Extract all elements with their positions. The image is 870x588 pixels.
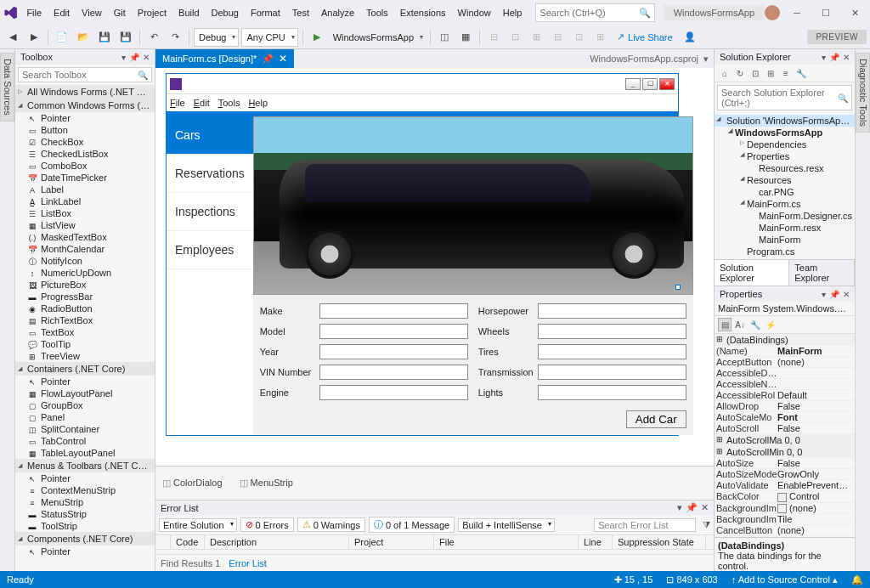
prop-row[interactable]: AccessibleDes [715,368,855,379]
menu-analyze[interactable]: Analyze [316,4,359,21]
sidebar-tab-inspections[interactable]: Inspections [167,193,253,231]
toolbox-group[interactable]: Containers (.NET Core) [15,362,155,376]
toolbox-search-input[interactable]: Search Toolbox 🔍 [18,67,152,82]
align-btn[interactable]: ⊞ [527,28,545,47]
toolbox-item-picturebox[interactable]: 🖼PictureBox [15,279,155,291]
engine-input[interactable] [319,385,468,400]
alphabetical-icon[interactable]: A↓ [733,318,747,331]
prop-row[interactable]: (Name)MainForm [715,346,855,357]
toolbox-item-progressbar[interactable]: ▬ProgressBar [15,291,155,302]
prop-row[interactable]: AutoScrollFalse [715,423,855,434]
error-col[interactable]: Line [579,535,613,549]
model-input[interactable] [319,324,468,339]
car-picture-box[interactable] [253,116,693,295]
properties-object[interactable]: MainForm System.Windows.Forms.F… [715,302,855,316]
form-menu-help[interactable]: Help [248,98,268,108]
scope-combo[interactable]: Entire Solution [159,518,237,532]
toolbox-item-tooltip[interactable]: 💬ToolTip [15,338,155,350]
toolbox-item-maskedtextbox[interactable]: (.)MaskedTextBox [15,231,155,243]
home-icon[interactable]: ⌂ [718,66,732,80]
config-combo[interactable]: Debug [194,28,239,47]
start-target-combo[interactable]: WindowsFormsApp [329,28,426,47]
filter-icon[interactable]: ⧩ [703,519,710,530]
error-col[interactable]: File [434,535,579,549]
solution-item[interactable]: car.PNG [715,186,855,198]
sidebar-tab-employees[interactable]: Employees [167,231,253,269]
tab-diagnostic-tools[interactable]: Diagnostic Tools [856,53,870,133]
form-menu-edit[interactable]: Edit [194,98,210,108]
tray-colordialog[interactable]: ColorDialog [162,478,223,489]
user-avatar[interactable] [765,5,780,20]
nav-fwd-button[interactable]: ▶ [25,28,43,47]
source-control-button[interactable]: ↑ Add to Source Control ▴ [732,574,838,585]
toolbox-group[interactable]: All Windows Forms (.NET Core) [15,85,155,99]
categorized-icon[interactable]: ▤ [718,318,732,331]
prop-row[interactable]: AutoValidateEnablePreventFocus [715,480,855,491]
toolbox-item-listbox[interactable]: ☰ListBox [15,207,155,219]
pin-icon[interactable]: 📌 [829,53,839,62]
messages-filter[interactable]: ⓘ0 of 1 Message [369,517,455,533]
prop-row[interactable]: AllowDropFalse [715,401,855,412]
toolbox-item-combobox[interactable]: ▭ComboBox [15,160,155,172]
menu-tools[interactable]: Tools [361,4,393,21]
prop-row[interactable]: BackColorControl [715,491,855,503]
sidebar-tab-reservations[interactable]: Reservations [167,155,253,193]
align-btn[interactable]: ⊞ [590,28,609,47]
toolbox-group[interactable]: Components (.NET Core) [15,532,155,546]
new-project-button[interactable]: 📄 [53,28,71,47]
menu-format[interactable]: Format [246,4,285,21]
events-icon[interactable]: ⚡ [764,318,777,331]
designed-form-window[interactable]: _ ☐ ✕ FileEditToolsHelp CarsReservations… [166,73,679,436]
prop-row[interactable]: BackgroundIm(none) [715,503,855,515]
start-debug-button[interactable]: ▶ [308,28,326,47]
dropdown-icon[interactable]: ▾ [822,53,826,62]
add-car-button[interactable]: Add Car [626,410,686,428]
wrench-icon[interactable]: 🔧 [794,66,808,80]
sidebar-tab-cars[interactable]: Cars [167,116,253,155]
toolbox-item-label[interactable]: ALabel [15,184,155,195]
tool-icon[interactable]: ⊞ [764,66,777,80]
horsepower-input[interactable] [538,303,686,319]
prop-row[interactable]: AutoScaleMoFont [715,412,855,423]
toolbox-item-datetimepicker[interactable]: 📅DateTimePicker [15,172,155,184]
tool-icon[interactable]: ≡ [779,66,793,80]
dropdown-icon[interactable]: ▾ [677,502,682,513]
form-menu-tools[interactable]: Tools [218,98,240,108]
prop-category[interactable]: (DataBindings) [715,334,855,346]
toolbox-item-radiobutton[interactable]: ◉RadioButton [15,302,155,314]
errors-filter[interactable]: ⊘0 Errors [240,517,294,532]
toolbox-item-flowlayoutpanel[interactable]: ▦FlowLayoutPanel [15,387,155,399]
close-button[interactable]: ✕ [843,3,867,22]
prop-row[interactable]: AcceptButton(none) [715,357,855,368]
toolbox-item-richtextbox[interactable]: ▤RichTextBox [15,314,155,326]
live-share-button[interactable]: ↗ Live Share [612,31,678,42]
error-col[interactable]: Suppression State [613,535,706,549]
build-combo[interactable]: Build + IntelliSense [458,518,555,532]
tab-data-sources[interactable]: Data Sources [0,53,14,122]
error-search-input[interactable]: Search Error List [594,518,696,532]
tool-icon[interactable]: ⊡ [749,66,762,80]
toolbox-item-toolstrip[interactable]: ▬ToolStrip [15,520,155,532]
minimize-button[interactable]: ─ [785,3,809,22]
year-input[interactable] [319,344,468,359]
props-icon[interactable]: 🔧 [749,318,762,331]
undo-button[interactable]: ↶ [144,28,163,47]
menu-help[interactable]: Help [498,4,528,21]
platform-combo[interactable]: Any CPU [241,28,297,47]
menu-file[interactable]: File [21,4,47,21]
close-panel-icon[interactable]: ✕ [143,53,150,62]
toolbox-item-statusstrip[interactable]: ▬StatusStrip [15,508,155,520]
toolbox-item-button[interactable]: ▭Button [15,124,155,136]
form-menu-file[interactable]: File [170,98,185,108]
solution-item[interactable]: ◢WindowsFormsApp [715,127,855,139]
doc-dropdown-icon[interactable]: ▾ [703,54,709,65]
error-col[interactable] [155,535,171,549]
toolbox-item-listview[interactable]: ▦ListView [15,219,155,231]
close-panel-icon[interactable]: ✕ [843,53,850,62]
error-col[interactable]: Description [205,535,349,549]
solution-search-input[interactable]: Search Solution Explorer (Ctrl+;) 🔍 [717,85,852,110]
prop-row[interactable]: AutoSizeFalse [715,458,855,469]
toolbox-item-splitcontainer[interactable]: ◫SplitContainer [15,423,155,435]
menu-test[interactable]: Test [287,4,314,21]
solution-item[interactable]: MainForm.Designer.cs [715,210,855,222]
